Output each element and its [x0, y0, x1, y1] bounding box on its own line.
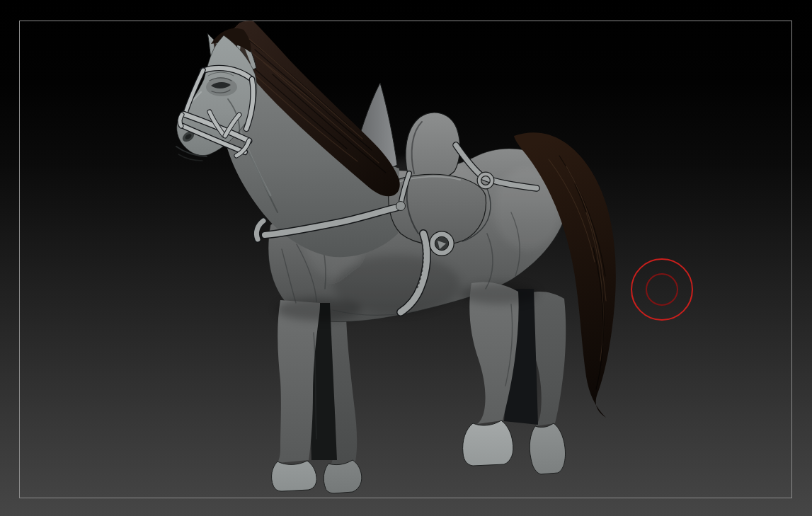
sculpt-canvas[interactable]: [0, 0, 812, 516]
horse-figure: [176, 21, 616, 493]
hind-hoof-far: [530, 423, 565, 474]
collar-junction-knob: [396, 202, 406, 211]
front-hoof-near: [272, 461, 317, 491]
front-hoof-far: [324, 460, 362, 493]
horse-model[interactable]: [0, 0, 812, 516]
hind-hoof-near: [463, 420, 513, 466]
